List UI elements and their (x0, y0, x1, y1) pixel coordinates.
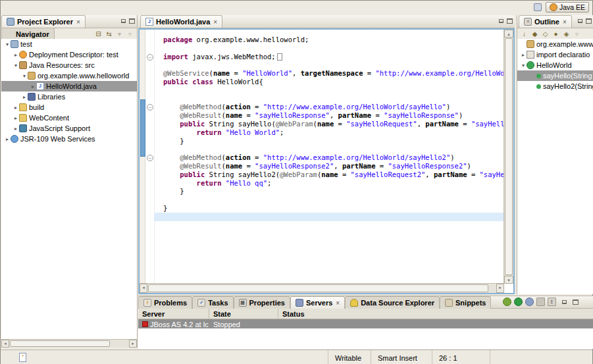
bottom-tab-data-source-explorer[interactable]: Data Source Explorer (345, 296, 440, 309)
code-line[interactable]: @WebService(name = "HelloWorld", targetN… (154, 69, 504, 78)
code-line[interactable] (154, 44, 504, 53)
hide-nonpublic-icon[interactable]: ● (552, 30, 560, 38)
bottom-tab-tasks[interactable]: ✓Tasks (192, 296, 233, 309)
code-line[interactable]: import javax.jws.WebMethod; (154, 53, 504, 61)
scrollbar-thumb[interactable] (148, 284, 488, 292)
code-line[interactable]: @WebResult(name = "sayHelloResponse2", p… (154, 162, 504, 170)
chevron-right-icon[interactable]: ▸ (13, 126, 19, 132)
project-item-libraries[interactable]: ▸Libraries (1, 91, 137, 102)
editor-vscrollbar[interactable]: ▴ ▾ (503, 30, 513, 284)
code-line[interactable]: @WebMethod(action = "http://www.example.… (154, 153, 504, 162)
sort-icon[interactable]: ↓ (520, 30, 529, 38)
column-state[interactable]: State (209, 309, 278, 319)
bottom-tab-snippets[interactable]: Snippets (440, 296, 491, 309)
code-line[interactable]: } (154, 204, 504, 213)
project-item-jsr-109-web-services[interactable]: ▸JSR-109 Web Services (1, 134, 137, 144)
code-line[interactable] (154, 61, 504, 69)
project-item-webcontent[interactable]: ▸WebContent (1, 113, 137, 123)
scroll-right-icon[interactable]: ▸ (496, 284, 504, 293)
close-icon[interactable]: × (563, 18, 567, 26)
code-line[interactable] (154, 95, 504, 103)
chevron-right-icon[interactable]: ▸ (520, 52, 527, 58)
close-icon[interactable]: × (76, 18, 80, 26)
close-icon[interactable]: × (336, 299, 340, 307)
project-item-deployment-descriptor-test[interactable]: ▸Deployment Descriptor: test (1, 49, 137, 60)
chevron-down-icon[interactable]: ▾ (520, 63, 527, 68)
scroll-right-icon[interactable]: ▸ (129, 340, 137, 348)
scrollbar-thumb[interactable] (10, 340, 110, 347)
hide-local-icon[interactable]: ◈ (562, 30, 571, 38)
scroll-left-icon[interactable]: ◂ (1, 340, 9, 348)
scroll-left-icon[interactable]: ◂ (140, 284, 147, 293)
view-menu-icon[interactable]: ▿ (573, 30, 581, 38)
code-line[interactable]: return "Hello World"; (154, 128, 504, 137)
code-line[interactable] (154, 145, 504, 153)
folded-imports-icon[interactable] (277, 53, 282, 61)
bottom-tab-properties[interactable]: ▤Properties (234, 296, 290, 309)
collapse-fold-icon[interactable]: – (147, 104, 153, 111)
bottom-tab-servers[interactable]: Servers× (290, 296, 345, 309)
project-explorer-hscrollbar[interactable]: ◂ ▸ (1, 339, 137, 348)
chevron-down-icon[interactable]: ▾ (13, 63, 19, 68)
scroll-up-icon[interactable]: ▴ (504, 30, 513, 38)
scrollbar-thumb[interactable] (505, 38, 513, 275)
chevron-right-icon[interactable]: ▸ (4, 136, 11, 142)
server-row[interactable]: JBoss AS 4.2 at lcStopped (138, 319, 593, 329)
project-item-build[interactable]: ▸build (1, 102, 137, 113)
publish-server-icon[interactable]: ↥ (548, 298, 556, 306)
outline-item-org-example-www[interactable]: org.example.www (517, 39, 593, 49)
code-line[interactable] (154, 86, 504, 95)
profile-server-icon[interactable] (525, 298, 534, 306)
project-item-org-example-www-helloworld[interactable]: ▾org.example.www.helloworld (1, 70, 137, 81)
outline-item-sayhello-string[interactable]: sayHello(String (517, 70, 593, 81)
outline-item-sayhello2-string[interactable]: sayHello2(String (517, 81, 593, 91)
outline-item-helloworld[interactable]: ▾HelloWorld (517, 60, 593, 70)
stop-server-icon[interactable] (536, 298, 545, 306)
editor-text-area[interactable]: ––– package org.example.www.helloworld;i… (138, 28, 515, 294)
maximize-icon[interactable] (507, 18, 513, 24)
minimize-icon[interactable] (561, 299, 567, 305)
chevron-right-icon[interactable]: ▸ (21, 94, 28, 100)
chevron-down-icon[interactable]: ▾ (4, 41, 11, 47)
minimize-icon[interactable] (577, 18, 583, 24)
maximize-icon[interactable] (586, 18, 592, 24)
project-item-javascript-support[interactable]: ▸JavaScript Support (1, 123, 137, 134)
collapse-all-icon[interactable]: ⊟ (94, 30, 103, 38)
view-tab-project-explorer[interactable]: Project Explorer× (1, 15, 86, 28)
debug-server-icon[interactable] (503, 298, 511, 306)
project-item-test[interactable]: ▾test (1, 39, 137, 49)
outline-item-import-declaratio[interactable]: ▸import declaratio (517, 49, 593, 60)
maximize-icon[interactable] (129, 18, 135, 24)
code-line[interactable]: return "Hello qq"; (154, 179, 504, 188)
close-icon[interactable]: × (213, 18, 217, 26)
back-icon[interactable]: ▾ (115, 30, 124, 38)
outline-tab[interactable]: ≡ Outline × (519, 15, 572, 28)
link-with-editor-icon[interactable]: ⇆ (105, 30, 113, 38)
bottom-tab-problems[interactable]: !Problems (138, 296, 192, 309)
project-item-java-resources-src[interactable]: ▾Java Resources: src (1, 60, 137, 70)
code-line[interactable]: } (154, 187, 504, 195)
editor-code[interactable]: package org.example.www.helloworld;impor… (154, 30, 504, 284)
code-line[interactable]: public String sayHello(@WebParam(name = … (154, 120, 504, 128)
start-server-icon[interactable] (514, 298, 523, 306)
code-line[interactable]: @WebMethod(action = "http://www.example.… (154, 103, 504, 111)
collapse-fold-icon[interactable]: – (147, 155, 153, 161)
maximize-icon[interactable] (573, 299, 579, 305)
minimize-icon[interactable] (120, 18, 126, 24)
code-line[interactable]: } (154, 137, 504, 145)
column-server[interactable]: Server (138, 309, 209, 319)
minimize-icon[interactable] (498, 18, 504, 24)
code-line[interactable] (154, 195, 504, 204)
chevron-right-icon[interactable]: ▸ (13, 52, 19, 58)
column-status[interactable]: Status (278, 309, 593, 319)
project-item-helloworld-java[interactable]: ▸JHelloWorld.java (1, 81, 137, 91)
chevron-right-icon[interactable]: ▸ (13, 115, 19, 121)
collapse-fold-icon[interactable]: – (147, 54, 153, 61)
code-line[interactable]: @WebResult(name = "sayHelloResponse", pa… (154, 111, 504, 120)
editor-tab-helloworld[interactable]: J HelloWorld.java × (140, 15, 222, 28)
code-line[interactable]: public String sayHello2(@WebParam(name =… (154, 170, 504, 179)
open-perspective-icon[interactable] (534, 3, 542, 11)
perspective-java-ee-button[interactable]: Java EE (546, 2, 589, 13)
hide-fields-icon[interactable]: ◆ (530, 30, 539, 38)
hide-static-icon[interactable]: ◇ (541, 30, 550, 38)
